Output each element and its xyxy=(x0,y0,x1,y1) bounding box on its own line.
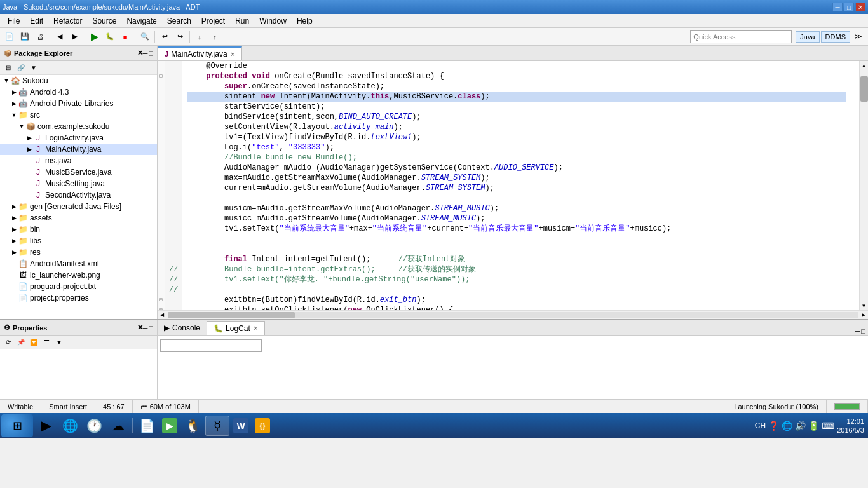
taskbar-item-app1[interactable]: ▶ xyxy=(159,416,180,436)
code-line[interactable]: exitbtn.setOnClickListener(new OnClickLi… xyxy=(187,305,846,310)
tree-item-projectprops[interactable]: 📄 project.properties xyxy=(0,292,157,304)
code-line[interactable]: //Bundle bundle=new Bundle(); xyxy=(187,152,846,163)
taskbar-item-brackets[interactable]: {} xyxy=(252,416,273,436)
more-perspectives[interactable]: ≫ xyxy=(851,30,865,44)
debug-button[interactable]: 🐛 xyxy=(103,30,117,44)
tree-item-gen[interactable]: ▶ 📁 gen [Generated Java Files] xyxy=(0,201,157,212)
tree-item-musicbservice[interactable]: J MusicBService.java xyxy=(0,166,157,178)
tree-item-proguard[interactable]: 📄 proguard-project.txt xyxy=(0,281,157,292)
fold-line[interactable]: ⊟ xyxy=(158,71,165,81)
properties-minimize[interactable]: ─ xyxy=(143,324,148,332)
code-line[interactable]: tv1=(TextView)findViewById(R.id.textView… xyxy=(187,132,846,142)
view-menu[interactable]: ▼ xyxy=(28,62,39,74)
menu-source[interactable]: Source xyxy=(87,14,121,28)
menu-file[interactable]: File xyxy=(3,14,25,28)
menu-window[interactable]: Window xyxy=(254,14,292,28)
save-button[interactable]: 💾 xyxy=(18,30,32,44)
scroll-down[interactable]: ▼ xyxy=(860,301,868,310)
taskbar-item-browser[interactable]: 🌐 xyxy=(58,416,81,436)
collapse-all[interactable]: ⊟ xyxy=(3,62,14,74)
tree-item-package[interactable]: ▼ 📦 com.example.sukodu xyxy=(0,121,157,132)
search-toolbar-button[interactable]: 🔍 xyxy=(138,30,152,44)
close-button[interactable]: ✕ xyxy=(855,3,865,11)
tree-item-res[interactable]: ▶ 📁 res xyxy=(0,247,157,258)
tray-network[interactable]: 🌐 xyxy=(782,421,792,431)
code-line[interactable]: max=mAudio.getStreamMaxVolume(AudioManag… xyxy=(187,173,846,183)
code-line[interactable]: final Intent intent=getIntent(); //获取Int… xyxy=(187,254,846,264)
menu-navigate[interactable]: Navigate xyxy=(121,14,161,28)
menu-help[interactable]: Help xyxy=(292,14,318,28)
undo-button[interactable]: ↩ xyxy=(158,30,172,44)
hscroll-thumb[interactable] xyxy=(168,312,295,318)
bottom-panel-maximize[interactable]: □ xyxy=(861,327,865,335)
tree-item-privatelibs[interactable]: ▶ 🤖 Android Private Libraries xyxy=(0,98,157,109)
menu-edit[interactable]: Edit xyxy=(25,14,48,28)
redo-button[interactable]: ↪ xyxy=(173,30,187,44)
tray-battery[interactable]: 🔋 xyxy=(808,421,819,431)
editor-scrollbar[interactable]: ▲ ▼ xyxy=(859,61,868,310)
properties-categories[interactable]: ☰ xyxy=(41,337,52,348)
ddms-button[interactable]: DDMS xyxy=(821,31,850,43)
run-button[interactable]: ▶ xyxy=(88,30,102,44)
properties-maximize[interactable]: □ xyxy=(149,324,153,332)
logcat-close[interactable]: ✕ xyxy=(253,325,258,332)
tab-console[interactable]: ▶ Console xyxy=(158,321,207,335)
taskbar-item-clock[interactable]: 🕐 xyxy=(83,416,105,436)
tree-item-secondactivity[interactable]: J SecondActivity.java xyxy=(0,189,157,201)
console-input[interactable] xyxy=(160,339,262,352)
menu-project[interactable]: Project xyxy=(196,14,230,28)
tree-item-sukodu[interactable]: ▼ 🏠 Sukodu xyxy=(0,75,157,86)
menu-search[interactable]: Search xyxy=(162,14,196,28)
taskbar-item-eclipse[interactable]: ☿ xyxy=(205,416,229,436)
code-line[interactable]: AudioManager mAudio=(AudioManager)getSys… xyxy=(187,163,846,173)
prev-annotation[interactable]: ↑ xyxy=(208,30,222,44)
start-button[interactable]: ⊞ xyxy=(1,414,33,437)
code-line[interactable]: @Override xyxy=(187,61,846,71)
package-explorer-close[interactable]: ✕ xyxy=(137,49,143,57)
tray-ime[interactable]: ⌨ xyxy=(822,421,834,431)
code-line[interactable]: sintent=new Intent(MainActivity.this,Mus… xyxy=(187,92,846,102)
taskbar-item-qq[interactable]: 🐧 xyxy=(181,416,204,436)
maximize-button[interactable]: □ xyxy=(844,3,854,11)
tree-item-android4[interactable]: ▶ 🤖 Android 4.3 xyxy=(0,86,157,98)
taskbar-item-media[interactable]: ▶ xyxy=(34,416,57,436)
bottom-panel-minimize[interactable]: ─ xyxy=(855,327,860,335)
new-button[interactable]: 📄 xyxy=(3,30,17,44)
tab-mainactivity[interactable]: J MainActivity.java ✕ xyxy=(158,46,242,60)
properties-sync[interactable]: ⟳ xyxy=(3,337,14,348)
code-line[interactable] xyxy=(187,285,846,295)
link-with-editor[interactable]: 🔗 xyxy=(15,62,27,74)
menu-refactor[interactable]: Refactor xyxy=(48,14,87,28)
tree-item-musicsetting[interactable]: J MusicSetting.java xyxy=(0,178,157,189)
forward-button[interactable]: ▶ xyxy=(68,30,82,44)
scroll-thumb[interactable] xyxy=(860,76,868,102)
code-line[interactable]: super.onCreate(savedInstanceState); xyxy=(187,81,846,92)
tree-item-login[interactable]: ▶ J LoginActivity.java xyxy=(0,132,157,144)
tray-help[interactable]: ❓ xyxy=(768,421,779,431)
code-line[interactable] xyxy=(187,193,846,203)
tree-item-ms[interactable]: J ms.java xyxy=(0,155,157,166)
tree-item-assets[interactable]: ▶ 📁 assets xyxy=(0,212,157,224)
tree-item-manifest[interactable]: 📋 AndroidManifest.xml xyxy=(0,258,157,269)
properties-close[interactable]: ✕ xyxy=(137,323,143,332)
scroll-right[interactable]: ▶ xyxy=(859,311,868,320)
tray-volume[interactable]: 🔊 xyxy=(795,421,806,431)
code-line[interactable]: exitbtn=(Button)findViewById(R.id.exit_b… xyxy=(187,295,846,305)
java-perspective-button[interactable]: Java xyxy=(796,31,819,43)
code-line[interactable]: startService(sintent); xyxy=(187,102,846,112)
tree-item-mainactivity[interactable]: ▶ J MainActivity.java xyxy=(0,144,157,155)
scroll-up[interactable]: ▲ xyxy=(860,61,868,70)
taskbar-item-file[interactable]: 📄 xyxy=(135,416,158,436)
fold-line[interactable]: ⊟ xyxy=(158,295,165,305)
tree-item-src[interactable]: ▼ 📁 src xyxy=(0,109,157,121)
code-line[interactable]: tv1.setText("你好李龙. "+bundle.getString("u… xyxy=(187,274,846,285)
scroll-track[interactable] xyxy=(860,70,868,301)
package-explorer-minimize[interactable]: ─ xyxy=(143,50,148,57)
tab-logcat[interactable]: 🐛 LogCat ✕ xyxy=(207,321,265,335)
code-line[interactable]: bindService(sintent,scon,BIND_AUTO_CREAT… xyxy=(187,112,846,122)
code-line[interactable]: Bundle bundle=intent.getExtras(); //获取传送… xyxy=(187,264,846,274)
code-line[interactable]: current=mAudio.getStreamVolume(AudioMana… xyxy=(187,183,846,193)
back-button[interactable]: ◀ xyxy=(53,30,67,44)
next-annotation[interactable]: ↓ xyxy=(193,30,207,44)
code-line[interactable]: tv1.setText("当前系统最大音量"+max+"当前系统音量"+curr… xyxy=(187,224,846,234)
